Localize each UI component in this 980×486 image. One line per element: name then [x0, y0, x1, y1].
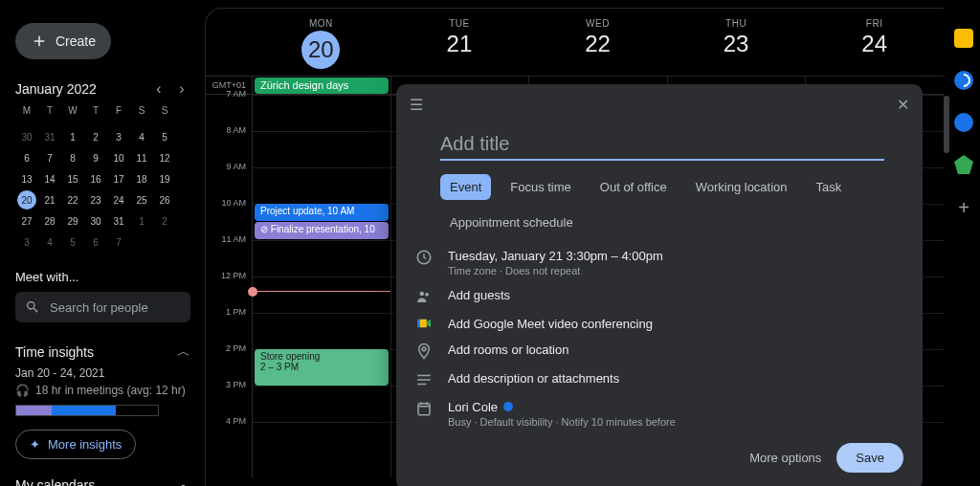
mini-day[interactable]: 1	[61, 126, 84, 147]
event-title-input[interactable]	[440, 129, 884, 161]
mini-day[interactable]: 17	[107, 168, 130, 189]
event-project-update[interactable]: Project update, 10 AM	[255, 204, 389, 221]
tasks-icon[interactable]	[954, 71, 973, 90]
time-insights-title: Time insights	[15, 344, 94, 360]
mini-day[interactable]: 19	[153, 168, 176, 189]
day-column[interactable]: Project update, 10 AM ⊘ Finalize present…	[252, 95, 390, 477]
day-header[interactable]: MON20	[252, 9, 390, 76]
mini-day[interactable]: 4	[38, 232, 61, 253]
maps-icon[interactable]	[954, 155, 973, 174]
mini-dow: S	[130, 105, 153, 126]
mini-day[interactable]: 12	[153, 147, 176, 168]
search-people-input[interactable]: Search for people	[15, 292, 190, 322]
mini-day[interactable]: 24	[107, 189, 130, 210]
drag-handle-icon[interactable]: ☰	[406, 92, 427, 118]
mini-day[interactable]: 5	[153, 126, 176, 147]
time-insights-header[interactable]: Time insights ︿	[15, 343, 190, 361]
mini-day[interactable]: 2	[153, 210, 176, 232]
organizer-sub[interactable]: Busy · Default visibility · Notify 10 mi…	[448, 416, 676, 428]
mini-day[interactable]: 28	[38, 210, 61, 232]
more-options-button[interactable]: More options	[749, 451, 821, 465]
mini-day[interactable]: 18	[130, 168, 153, 189]
hour-label: 10 AM	[206, 198, 252, 234]
mini-day[interactable]: 13	[15, 168, 38, 189]
add-description-button[interactable]: Add description or attachments	[448, 371, 619, 386]
mini-day[interactable]: 14	[38, 168, 61, 189]
prev-month-button[interactable]: ‹	[150, 80, 167, 98]
add-panel-button[interactable]: +	[958, 197, 969, 219]
mini-day[interactable]: 4	[130, 126, 153, 147]
mini-dow: T	[38, 105, 61, 126]
mini-day[interactable]: 29	[61, 210, 84, 232]
hour-label: 1 PM	[206, 307, 252, 343]
mini-day[interactable]: 26	[153, 189, 176, 210]
my-calendars-header[interactable]: My calendars ︿	[15, 476, 190, 486]
event-store-opening[interactable]: Store opening 2 – 3 PM	[255, 349, 389, 386]
side-panel: +	[951, 29, 976, 219]
mini-day[interactable]	[153, 232, 176, 253]
mini-day[interactable]: 11	[130, 147, 153, 168]
save-button[interactable]: Save	[836, 443, 903, 473]
svg-point-1	[420, 292, 425, 297]
more-insights-button[interactable]: ✦ More insights	[15, 430, 136, 459]
tab-working-location[interactable]: Working location	[686, 174, 797, 200]
day-header[interactable]: THU23	[667, 9, 806, 76]
mini-day[interactable]: 7	[107, 232, 130, 253]
mini-day[interactable]: 9	[84, 147, 107, 168]
mini-day[interactable]: 1	[130, 210, 153, 232]
close-button[interactable]: ✕	[893, 92, 913, 118]
headphones-icon: 🎧	[15, 384, 30, 397]
contacts-icon[interactable]	[954, 113, 973, 132]
tab-appointment-schedule[interactable]: Appointment schedule	[440, 210, 583, 235]
mini-day[interactable]: 23	[84, 189, 107, 210]
mini-day[interactable]: 16	[84, 168, 107, 189]
event-datetime[interactable]: Tuesday, January 21 3:30pm – 4:00pm	[448, 249, 663, 263]
tab-task[interactable]: Task	[807, 174, 852, 200]
mini-day[interactable]: 25	[130, 189, 153, 210]
search-icon	[25, 299, 40, 315]
mini-day[interactable]: 2	[84, 126, 107, 147]
mini-day[interactable]: 6	[84, 232, 107, 253]
mini-day[interactable]: 6	[15, 147, 38, 168]
mini-day[interactable]: 21	[38, 189, 61, 210]
create-button[interactable]: Create	[15, 23, 111, 59]
calendar-icon	[415, 400, 433, 417]
mini-day[interactable]: 20	[17, 190, 36, 210]
mini-day[interactable]: 5	[61, 232, 84, 253]
mini-day[interactable]: 3	[15, 232, 38, 253]
day-header[interactable]: WED22	[528, 9, 667, 76]
keep-icon[interactable]	[954, 29, 973, 48]
event-datetime-sub[interactable]: Time zone · Does not repeat	[448, 265, 663, 276]
scrollbar[interactable]	[944, 96, 949, 153]
day-header[interactable]: FRI24	[805, 9, 944, 76]
mini-day[interactable]: 10	[107, 147, 130, 168]
mini-day[interactable]: 27	[15, 210, 38, 232]
mini-day[interactable]: 31	[38, 126, 61, 147]
hour-label: 12 PM	[206, 271, 252, 307]
add-meet-button[interactable]: Add Google Meet video conferencing	[448, 317, 653, 331]
tab-event[interactable]: Event	[440, 174, 491, 200]
mini-day[interactable]	[130, 232, 153, 253]
mini-day[interactable]: 7	[38, 147, 61, 168]
mini-day[interactable]: 15	[61, 168, 84, 189]
mini-day[interactable]: 31	[107, 210, 130, 232]
mini-day[interactable]: 22	[61, 189, 84, 210]
event-finalize[interactable]: ⊘ Finalize presentation, 10	[255, 222, 389, 239]
time-insights-subtitle: 🎧 18 hr in meetings (avg: 12 hr)	[15, 384, 190, 397]
mini-day[interactable]: 30	[84, 210, 107, 232]
tab-out-of-office[interactable]: Out of office	[590, 174, 677, 200]
next-month-button[interactable]: ›	[173, 80, 190, 98]
mini-day[interactable]: 3	[107, 126, 130, 147]
description-icon	[415, 371, 433, 388]
mini-day[interactable]: 30	[15, 126, 38, 147]
day-dow: FRI	[805, 18, 944, 29]
add-guests-button[interactable]: Add guests	[448, 288, 510, 302]
allday-event[interactable]: Zürich design days	[255, 77, 389, 94]
mini-day[interactable]: 8	[61, 147, 84, 168]
mini-dow: F	[107, 105, 130, 126]
day-header[interactable]: TUE21	[390, 9, 529, 76]
organizer-name[interactable]: Lori Cole	[448, 400, 676, 414]
chevron-up-icon: ︿	[177, 476, 190, 486]
add-location-button[interactable]: Add rooms or location	[448, 342, 568, 357]
tab-focus-time[interactable]: Focus time	[501, 174, 581, 200]
